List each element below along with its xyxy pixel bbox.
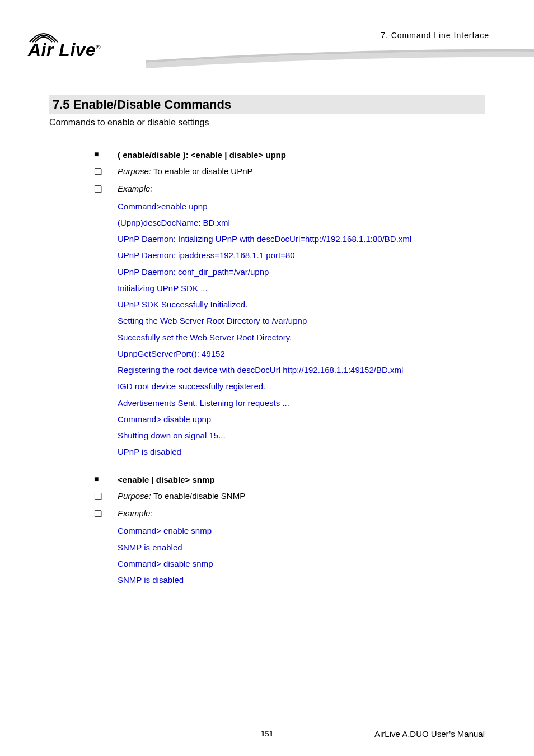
logo: Air Live® bbox=[28, 30, 101, 64]
code-line: UPnP SDK Successfully Initialized. bbox=[118, 296, 485, 312]
command-heading: <enable | disable> snmp bbox=[118, 472, 485, 488]
section-heading: 7.5 Enable/Disable Commands bbox=[49, 95, 485, 114]
page-number: 151 bbox=[261, 729, 274, 739]
example-row: ❑ Example: bbox=[94, 505, 485, 522]
code-line: Command> enable snmp bbox=[118, 522, 485, 539]
example-label: Example: bbox=[118, 505, 485, 521]
code-line: UPnP is disabled bbox=[118, 444, 485, 460]
code-line: Shutting down on signal 15... bbox=[118, 427, 485, 444]
header-swoosh bbox=[146, 49, 534, 71]
example-output: Command> enable snmpSNMP is enabledComma… bbox=[118, 522, 485, 588]
example-row: ❑ Example: bbox=[94, 180, 485, 198]
page-content: 7.5 Enable/Disable Commands Commands to … bbox=[0, 73, 534, 588]
code-line: SNMP is disabled bbox=[118, 572, 485, 588]
code-line: UPnP Daemon: ipaddress=192.168.1.1 port=… bbox=[118, 247, 485, 263]
command-heading-row: ■ ( enable/disable ): <enable | disable>… bbox=[94, 147, 485, 163]
code-line: UPnP Daemon: Intializing UPnP with descD… bbox=[118, 231, 485, 247]
hollow-square-icon: ❑ bbox=[94, 180, 118, 198]
page-header: Air Live® 7. Command Line Interface bbox=[0, 0, 534, 73]
hollow-square-icon: ❑ bbox=[94, 488, 118, 505]
hollow-square-icon: ❑ bbox=[94, 505, 118, 522]
purpose-text: Purpose: To enable or disable UPnP bbox=[118, 163, 485, 179]
code-line: IGD root device successfully registered. bbox=[118, 378, 485, 394]
command-list: ■ ( enable/disable ): <enable | disable>… bbox=[94, 147, 485, 588]
code-line: Command> disable upnp bbox=[118, 411, 485, 427]
manual-title: AirLive A.DUO User’s Manual bbox=[374, 729, 485, 739]
code-line: UpnpGetServerPort(): 49152 bbox=[118, 346, 485, 362]
code-line: Succesfully set the Web Server Root Dire… bbox=[118, 329, 485, 346]
hollow-square-icon: ❑ bbox=[94, 163, 118, 180]
code-line: Command> disable snmp bbox=[118, 556, 485, 572]
code-line: Registering the root device with descDoc… bbox=[118, 362, 485, 378]
code-line: Advertisements Sent. Listening for reque… bbox=[118, 395, 485, 411]
example-output: Command>enable upnp(Upnp)descDocName: BD… bbox=[118, 198, 485, 460]
purpose-row: ❑ Purpose: To enable/disable SNMP bbox=[94, 488, 485, 505]
code-line: SNMP is enabled bbox=[118, 539, 485, 556]
command-heading-row: ■ <enable | disable> snmp bbox=[94, 472, 485, 488]
command-heading: ( enable/disable ): <enable | disable> u… bbox=[118, 147, 485, 163]
example-label: Example: bbox=[118, 180, 485, 197]
code-line: (Upnp)descDocName: BD.xml bbox=[118, 214, 485, 231]
code-line: Initializing UPnP SDK ... bbox=[118, 280, 485, 296]
code-line: UPnP Daemon: conf_dir_path=/var/upnp bbox=[118, 264, 485, 280]
purpose-text: Purpose: To enable/disable SNMP bbox=[118, 488, 485, 504]
header-chapter: 7. Command Line Interface bbox=[381, 31, 489, 40]
code-line: Command>enable upnp bbox=[118, 198, 485, 214]
solid-square-icon: ■ bbox=[94, 147, 118, 162]
section-intro: Commands to enable or disable settings bbox=[49, 118, 485, 128]
code-line: Setting the Web Server Root Directory to… bbox=[118, 312, 485, 329]
solid-square-icon: ■ bbox=[94, 472, 118, 487]
purpose-row: ❑ Purpose: To enable or disable UPnP bbox=[94, 163, 485, 180]
logo-text: Air Live® bbox=[28, 40, 101, 60]
